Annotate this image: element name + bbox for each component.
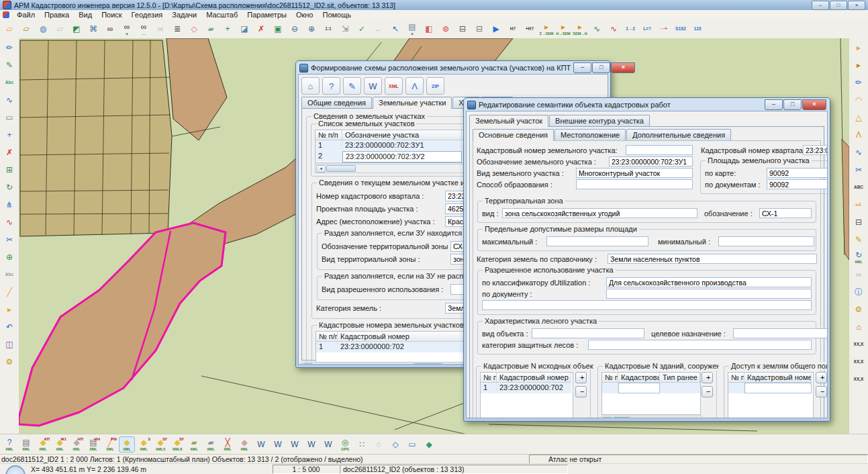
cad-number-field[interactable] — [626, 145, 693, 155]
tab-additional[interactable]: Дополнительные сведения — [626, 129, 731, 140]
length-query-icon[interactable]: L=? — [639, 21, 655, 37]
zone-code-field[interactable] — [759, 208, 812, 218]
zone-kind-field[interactable] — [502, 208, 697, 218]
scheme-xml-icon[interactable]: ◆ XML — [236, 436, 252, 453]
close-button[interactable]: × — [848, 1, 865, 10]
open-map-icon[interactable]: ▱ — [1, 21, 17, 37]
numbering-123-icon[interactable]: 123 — [689, 21, 706, 37]
cut-object-icon[interactable]: ✂ — [1, 232, 17, 248]
s1-s2-icon[interactable]: S1S2 — [673, 21, 689, 37]
word-export-icon[interactable]: W — [364, 77, 382, 95]
open-internet-map-icon[interactable]: ◍ — [35, 21, 51, 37]
table-row[interactable] — [602, 383, 700, 393]
undo-icon[interactable]: ↶ — [1, 319, 17, 335]
land-category-field[interactable] — [608, 254, 817, 264]
theodolite-icon[interactable]: △ — [851, 109, 867, 126]
quarter-field[interactable] — [803, 145, 828, 155]
max-area-field[interactable] — [546, 236, 648, 246]
green-export-icon[interactable]: ◆ — [421, 436, 437, 453]
dialog-titlebar[interactable]: Формирование схемы расположения земельно… — [298, 62, 608, 74]
zu-xml6-icon[interactable]: ЗУ ◆ XML6 — [169, 436, 185, 453]
pointer-icon[interactable]: ↖ — [387, 21, 403, 37]
exit-door-icon[interactable]: ⌂ — [301, 77, 320, 95]
forest-category-field[interactable] — [588, 340, 812, 350]
object-kind-field[interactable] — [532, 328, 644, 338]
tab-parcels[interactable]: Земельные участки — [373, 97, 452, 109]
menu-item[interactable]: Поиск — [97, 11, 126, 19]
table-row[interactable]: 1 23:23:0000000:702 — [481, 383, 573, 393]
menu-item[interactable]: Правка — [40, 11, 74, 19]
buildings-table[interactable]: № п Кадастровый ил Тип ранее при — [601, 372, 701, 415]
zip-export-icon[interactable]: ZIP — [426, 77, 444, 95]
menu-item[interactable]: Масштаб — [201, 11, 242, 19]
pencil-icon[interactable]: ✏ — [1, 40, 17, 56]
gps-icon[interactable]: ◎ GPS — [337, 436, 353, 453]
zone-xml-icon[interactable]: Ж1 ◆ XML — [52, 436, 68, 453]
search-more-icon[interactable]: ∞ … — [136, 21, 152, 37]
minimize-button[interactable]: ‒ — [573, 62, 591, 73]
select-area-icon[interactable]: ▭ — [1, 109, 17, 126]
search-label-icon[interactable]: ▸A — [851, 197, 867, 213]
draw-polyline-icon[interactable]: ∿ — [851, 144, 867, 160]
points-net-icon[interactable]: ∷ — [354, 436, 370, 453]
text-label-icon[interactable]: Abc — [1, 75, 17, 91]
tab-parcel[interactable]: Земельный участок — [469, 115, 548, 127]
h-sem-icon[interactable]: ▸ H→SEM — [555, 21, 571, 37]
remove-row-button[interactable]: − — [575, 386, 587, 397]
xml-report-icon[interactable]: ▤ XML — [18, 436, 34, 453]
coords-format-3-icon[interactable]: XX,X — [851, 371, 867, 387]
dialog-titlebar[interactable]: Редактирование семантики объекта кадастр… — [466, 99, 828, 111]
spline-edit-icon[interactable]: ∿ — [1, 214, 17, 230]
scale-indicator[interactable]: 1 : 5 000 — [273, 465, 340, 474]
word-kpt-icon[interactable]: W — [253, 436, 269, 453]
by-document-field[interactable] — [606, 289, 812, 299]
menu-item[interactable]: Помощь — [318, 11, 356, 19]
in-xml-icon[interactable]: ИН ▤ XML — [85, 436, 101, 453]
permitted-use-extra-field[interactable] — [482, 300, 812, 310]
add-points-icon[interactable]: ⋯+ — [656, 21, 672, 37]
highlight-add-icon[interactable]: + — [220, 21, 236, 37]
source-objects-table[interactable]: № п Кадастровый номер 1 23:23:0000000:70… — [480, 372, 573, 418]
abc-numbering-icon[interactable]: ABC — [851, 179, 867, 195]
np-xml-icon[interactable]: НП ◆ XML — [68, 436, 85, 453]
copy-object-icon[interactable]: ⊞ — [1, 162, 17, 178]
text-inactive-icon[interactable]: Abc — [1, 267, 17, 283]
tab-general[interactable]: Общие сведения — [301, 97, 372, 108]
menu-item[interactable]: Задачи — [167, 11, 201, 19]
delete-object-icon[interactable]: ✗ — [1, 144, 17, 160]
purpose-field[interactable] — [733, 328, 828, 338]
help-icon[interactable]: ? — [322, 77, 340, 95]
move-object-icon[interactable]: + — [1, 127, 17, 143]
menu-item[interactable]: Окно — [291, 11, 318, 19]
frame-select-icon[interactable]: ▣ — [270, 21, 286, 37]
border-xml-icon[interactable]: ▰ XML — [186, 436, 202, 453]
zu-z-xml-icon[interactable]: З ◆ XML — [136, 436, 152, 453]
map-layers-icon[interactable]: ◩ — [68, 21, 85, 37]
highlight-3d-icon[interactable]: ◪ — [236, 21, 252, 37]
tab-main-info[interactable]: Основные сведения — [473, 129, 554, 141]
zoom-in-icon[interactable]: ⊕ — [303, 21, 320, 37]
menu-item[interactable]: Вид — [74, 11, 97, 19]
min-area-field[interactable] — [718, 236, 814, 246]
menu-item[interactable]: Параметры — [242, 11, 291, 19]
route-pin-icon[interactable]: ⊚ — [438, 21, 454, 37]
ruler-icon[interactable]: ╱ — [1, 284, 17, 300]
word-plan-icon[interactable]: W — [303, 436, 320, 453]
print-map-icon[interactable]: ⊟ — [851, 214, 867, 230]
minimize-button[interactable]: ‒ — [812, 1, 829, 10]
line-segment-icon[interactable]: ∿ — [606, 21, 622, 37]
settings-icon[interactable]: ⚙ — [1, 354, 17, 370]
edit-note-icon[interactable]: ✎ — [343, 77, 361, 95]
legend-tree-icon[interactable]: ⌘ — [85, 21, 101, 37]
parcel-kind-field[interactable] — [576, 168, 693, 178]
kpt-xml-icon[interactable]: КП ◆ XML — [35, 436, 51, 453]
tab-outer-contours[interactable]: Внешние контура участка — [549, 115, 650, 126]
step-back-icon[interactable]: ← — [371, 21, 387, 37]
merge-objects-icon[interactable]: ⊕ — [1, 249, 17, 265]
horizontal-scrollbar[interactable]: ◄ — [601, 416, 702, 418]
close-button[interactable]: × — [611, 62, 635, 73]
window-titlebar[interactable]: АРМ Кадастрового инженера версия 12.5.0 … — [0, 0, 868, 11]
menu-item[interactable]: Геодезия — [127, 11, 168, 19]
height-query-icon[interactable]: H? — [505, 21, 521, 37]
redline-xml-icon[interactable]: ╳ XML — [220, 436, 236, 453]
